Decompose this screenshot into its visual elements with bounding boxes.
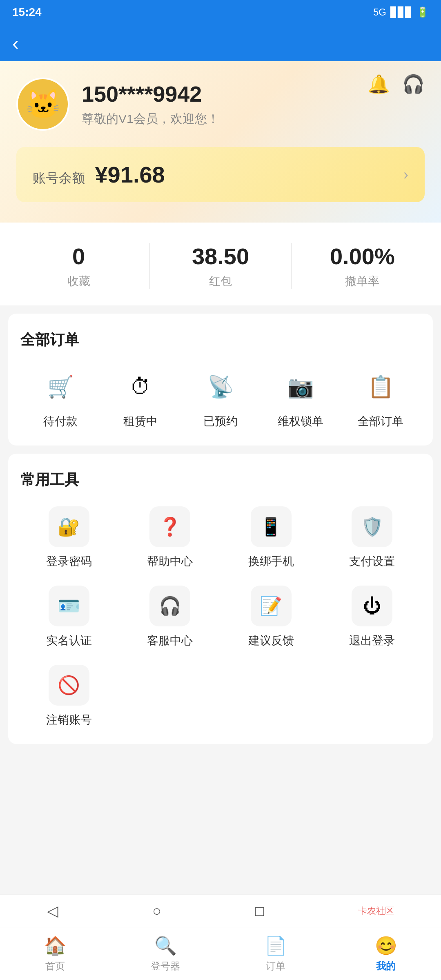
- all-orders-icon: 📋: [360, 366, 401, 407]
- username: 150****9942: [82, 81, 219, 107]
- all-orders-label: 全部订单: [358, 414, 403, 429]
- back-button[interactable]: ‹: [12, 32, 19, 54]
- tool-real-name[interactable]: 🪪 实名认证: [20, 586, 118, 648]
- feedback-label: 建议反馈: [248, 633, 294, 648]
- stat-cancelrate-label: 撤单率: [292, 274, 433, 289]
- stat-favorites-value: 0: [8, 243, 149, 270]
- pending-payment-label: 待付款: [43, 414, 78, 429]
- change-phone-label: 换绑手机: [248, 554, 294, 569]
- bottom-spacer: [0, 752, 441, 858]
- tool-help-center[interactable]: ❓ 帮助中心: [122, 506, 219, 569]
- renting-label: 租赁中: [123, 414, 158, 429]
- order-renting[interactable]: ⏱ 租赁中: [100, 366, 180, 429]
- balance-label: 账号余额: [33, 171, 85, 185]
- nav-profile[interactable]: 😊 我的: [331, 927, 441, 980]
- orders-title: 全部订单: [20, 330, 421, 350]
- nav-orders[interactable]: 📄 订单: [220, 927, 331, 980]
- renting-icon: ⏱: [120, 366, 161, 407]
- bottom-nav: 🏠 首页 🔍 登号器 📄 订单 😊 我的: [0, 927, 441, 980]
- profile-header: 🔔 🎧 🐱 150****9942 尊敬的V1会员，欢迎您！ 账号余额 ¥91.…: [0, 61, 441, 223]
- order-dispute[interactable]: 📷 维权锁单: [261, 366, 341, 429]
- tools-section: 常用工具 🔐 登录密码 ❓ 帮助中心 📱 换绑手机 🛡️ 支付设置 🪪 实名认证…: [8, 454, 433, 744]
- nav-bar: ‹: [0, 24, 441, 61]
- profile-info: 🐱 150****9942 尊敬的V1会员，欢迎您！: [16, 78, 425, 131]
- status-right-icons: 5G ▊▊▊ 🔋: [373, 7, 429, 18]
- tools-grid: 🔐 登录密码 ❓ 帮助中心 📱 换绑手机 🛡️ 支付设置 🪪 实名认证 🎧 客服…: [20, 506, 421, 728]
- order-all[interactable]: 📋 全部订单: [341, 366, 421, 429]
- tool-feedback[interactable]: 📝 建议反馈: [223, 586, 320, 648]
- sys-back-button[interactable]: ◁: [47, 902, 58, 920]
- user-details: 150****9942 尊敬的V1会员，欢迎您！: [82, 81, 219, 127]
- nav-home[interactable]: 🏠 首页: [0, 927, 110, 980]
- watermark: 卡农社区: [358, 905, 394, 917]
- real-name-icon: 🪪: [49, 586, 89, 626]
- member-text: 尊敬的V1会员，欢迎您！: [82, 111, 219, 127]
- stat-redpacket-value: 38.50: [150, 243, 291, 270]
- stats-row: 0 收藏 38.50 红包 0.00% 撤单率: [0, 223, 441, 305]
- help-center-label: 帮助中心: [147, 554, 193, 569]
- stat-favorites-label: 收藏: [8, 274, 149, 289]
- account-switcher-icon: 🔍: [154, 935, 177, 956]
- balance-card[interactable]: 账号余额 ¥91.68 ›: [16, 147, 425, 202]
- customer-service-icon: 🎧: [149, 586, 190, 626]
- customer-service-label: 客服中心: [147, 633, 193, 648]
- login-password-icon: 🔐: [49, 506, 89, 547]
- login-password-label: 登录密码: [46, 554, 92, 569]
- nav-account-switcher[interactable]: 🔍 登号器: [110, 927, 220, 980]
- order-reserved[interactable]: 📡 已预约: [180, 366, 261, 429]
- status-bar: 15:24 5G ▊▊▊ 🔋: [0, 0, 441, 24]
- stat-cancelrate-value: 0.00%: [292, 243, 433, 270]
- tool-login-password[interactable]: 🔐 登录密码: [20, 506, 118, 569]
- signal-icon: 5G: [373, 7, 386, 18]
- dispute-icon: 📷: [280, 366, 321, 407]
- battery-icon: 🔋: [416, 7, 429, 18]
- profile-label: 我的: [376, 960, 396, 973]
- orders-icon: 📄: [265, 935, 287, 956]
- stat-redpacket-label: 红包: [150, 274, 291, 289]
- tools-title: 常用工具: [20, 470, 421, 490]
- change-phone-icon: 📱: [251, 506, 292, 547]
- orders-section: 全部订单 🛒 待付款 ⏱ 租赁中 📡 已预约 📷 维权锁单 📋 全部订单: [8, 314, 433, 445]
- profile-action-icons: 🔔 🎧: [368, 74, 425, 95]
- wifi-icon: ▊▊▊: [390, 7, 412, 18]
- system-nav: ◁ ○ □ 卡农社区: [0, 894, 441, 927]
- balance-currency: ¥: [95, 162, 107, 187]
- home-label: 首页: [45, 960, 65, 973]
- tool-payment-settings[interactable]: 🛡️ 支付设置: [324, 506, 421, 569]
- headset-icon[interactable]: 🎧: [402, 74, 425, 95]
- logout-label: 退出登录: [349, 633, 395, 648]
- tool-cancel-account[interactable]: 🚫 注销账号: [20, 665, 118, 728]
- tool-logout[interactable]: ⏻ 退出登录: [324, 586, 421, 648]
- tool-change-phone[interactable]: 📱 换绑手机: [223, 506, 320, 569]
- orders-label: 订单: [266, 960, 285, 973]
- reserved-icon: 📡: [200, 366, 241, 407]
- orders-icon-row: 🛒 待付款 ⏱ 租赁中 📡 已预约 📷 维权锁单 📋 全部订单: [20, 366, 421, 429]
- home-icon: 🏠: [44, 935, 67, 956]
- balance-arrow: ›: [403, 166, 408, 183]
- stat-cancelrate[interactable]: 0.00% 撤单率: [291, 243, 433, 289]
- pending-payment-icon: 🛒: [40, 366, 81, 407]
- avatar: 🐱: [16, 78, 69, 131]
- tool-customer-service[interactable]: 🎧 客服中心: [122, 586, 219, 648]
- dispute-label: 维权锁单: [278, 414, 323, 429]
- real-name-label: 实名认证: [46, 633, 92, 648]
- cancel-account-icon: 🚫: [49, 665, 89, 706]
- order-pending-payment[interactable]: 🛒 待付款: [20, 366, 100, 429]
- sys-home-button[interactable]: ○: [152, 902, 161, 920]
- payment-settings-label: 支付设置: [349, 554, 395, 569]
- help-center-icon: ❓: [149, 506, 190, 547]
- stat-favorites[interactable]: 0 收藏: [8, 243, 149, 289]
- status-time: 15:24: [12, 6, 42, 19]
- balance-value: 91.68: [108, 162, 165, 187]
- logout-icon: ⏻: [352, 586, 392, 626]
- reserved-label: 已预约: [203, 414, 238, 429]
- payment-settings-icon: 🛡️: [352, 506, 392, 547]
- feedback-icon: 📝: [251, 586, 292, 626]
- account-switcher-label: 登号器: [151, 960, 180, 973]
- balance-info: 账号余额 ¥91.68: [33, 161, 165, 188]
- sys-recent-button[interactable]: □: [255, 902, 264, 920]
- profile-icon: 😊: [375, 935, 397, 956]
- stat-redpacket[interactable]: 38.50 红包: [149, 243, 291, 289]
- bell-icon[interactable]: 🔔: [368, 74, 390, 95]
- balance-amount: ¥91.68: [95, 162, 165, 187]
